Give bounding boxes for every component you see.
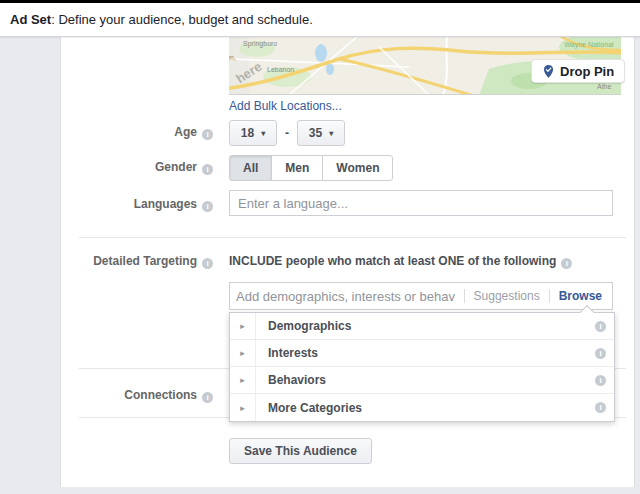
map-athens-label: Athe bbox=[597, 83, 611, 90]
age-max-dropdown[interactable]: 35 ▾ bbox=[297, 120, 345, 146]
category-info-icon[interactable]: i bbox=[595, 321, 606, 332]
languages-info-icon[interactable]: i bbox=[202, 201, 213, 212]
category-label: Demographics bbox=[256, 313, 595, 339]
connections-label-row: Connectionsi bbox=[61, 388, 213, 403]
map-town-cut-label: wn, bbox=[229, 54, 236, 61]
targeting-input-actions: Suggestions Browse bbox=[455, 289, 602, 303]
add-bulk-locations-link[interactable]: Add Bulk Locations... bbox=[229, 99, 342, 113]
gender-option-men[interactable]: Men bbox=[271, 155, 323, 181]
drop-pin-button[interactable]: Drop Pin bbox=[531, 59, 625, 83]
category-info-icon[interactable]: i bbox=[595, 375, 606, 386]
map-lebanon-label: Lebanon bbox=[267, 66, 294, 73]
include-text: INCLUDE people who match at least ONE of… bbox=[229, 254, 556, 268]
age-info-icon[interactable]: i bbox=[202, 129, 213, 140]
category-label: Behaviors bbox=[256, 367, 595, 393]
step-header-bar: Ad Set: Define your audience, budget and… bbox=[0, 0, 640, 37]
connections-info-icon[interactable]: i bbox=[202, 392, 213, 403]
browse-categories-dropdown: ▸ Demographics i ▸ Interests i ▸ Behavio… bbox=[229, 312, 615, 422]
age-controls: 18 ▾ - 35 ▾ bbox=[229, 120, 345, 146]
detailed-targeting-label-row: Detailed Targetingi bbox=[61, 254, 213, 269]
include-info-icon[interactable]: i bbox=[561, 258, 572, 269]
category-row-more-categories[interactable]: ▸ More Categories i bbox=[230, 394, 614, 421]
languages-label-row: Languagesi bbox=[61, 197, 213, 212]
expand-arrow-icon[interactable]: ▸ bbox=[230, 340, 256, 366]
category-row-demographics[interactable]: ▸ Demographics i bbox=[230, 313, 614, 340]
category-info-icon[interactable]: i bbox=[595, 402, 606, 413]
gender-option-all[interactable]: All bbox=[229, 155, 272, 181]
detailed-targeting-input[interactable] bbox=[236, 284, 455, 308]
ad-set-audience-screen: Ad Set: Define your audience, budget and… bbox=[0, 0, 640, 494]
languages-label: Languages bbox=[134, 197, 197, 211]
caret-down-icon: ▾ bbox=[261, 129, 265, 138]
gender-info-icon[interactable]: i bbox=[202, 164, 213, 175]
age-range-separator: - bbox=[285, 126, 289, 140]
browse-button[interactable]: Browse bbox=[559, 289, 602, 303]
map-wayne-national-label: Wayne National bbox=[563, 41, 615, 49]
age-label-row: Agei bbox=[61, 125, 213, 140]
save-audience-button[interactable]: Save This Audience bbox=[229, 438, 372, 464]
detailed-targeting-input-box: Suggestions Browse bbox=[229, 282, 613, 310]
category-info-icon[interactable]: i bbox=[595, 348, 606, 359]
expand-arrow-icon[interactable]: ▸ bbox=[230, 313, 256, 339]
category-row-behaviors[interactable]: ▸ Behaviors i bbox=[230, 367, 614, 394]
detailed-targeting-info-icon[interactable]: i bbox=[202, 258, 213, 269]
age-min-dropdown[interactable]: 18 ▾ bbox=[229, 120, 277, 146]
category-row-interests[interactable]: ▸ Interests i bbox=[230, 340, 614, 367]
step-subtitle: : Define your audience, budget and sched… bbox=[51, 12, 313, 27]
age-min-value: 18 bbox=[241, 126, 254, 140]
languages-input[interactable] bbox=[229, 190, 613, 216]
expand-arrow-icon[interactable]: ▸ bbox=[230, 367, 256, 393]
gender-segmented-control: All Men Women bbox=[229, 155, 393, 181]
step-title: Ad Set bbox=[10, 12, 51, 27]
category-label: More Categories bbox=[256, 394, 595, 421]
gender-label: Gender bbox=[155, 160, 197, 174]
age-label: Age bbox=[174, 125, 197, 139]
gender-label-row: Genderi bbox=[61, 160, 213, 175]
caret-down-icon: ▾ bbox=[329, 129, 333, 138]
drop-pin-label: Drop Pin bbox=[560, 64, 614, 79]
expand-arrow-icon[interactable]: ▸ bbox=[230, 394, 256, 421]
connections-label: Connections bbox=[124, 388, 197, 402]
suggestions-button[interactable]: Suggestions bbox=[474, 289, 540, 303]
gender-option-women[interactable]: Women bbox=[322, 155, 393, 181]
include-instruction: INCLUDE people who match at least ONE of… bbox=[229, 254, 572, 269]
drop-pin-icon bbox=[542, 64, 555, 79]
map-springboro-label: Springboro bbox=[243, 40, 277, 47]
detailed-targeting-label: Detailed Targeting bbox=[93, 254, 197, 268]
category-label: Interests bbox=[256, 340, 595, 366]
vertical-separator bbox=[549, 289, 550, 303]
section-divider bbox=[79, 237, 626, 238]
audience-form-panel: wn, Springboro Lebanon here Wayne Nation… bbox=[60, 37, 635, 487]
age-max-value: 35 bbox=[309, 126, 322, 140]
vertical-separator bbox=[464, 289, 465, 303]
